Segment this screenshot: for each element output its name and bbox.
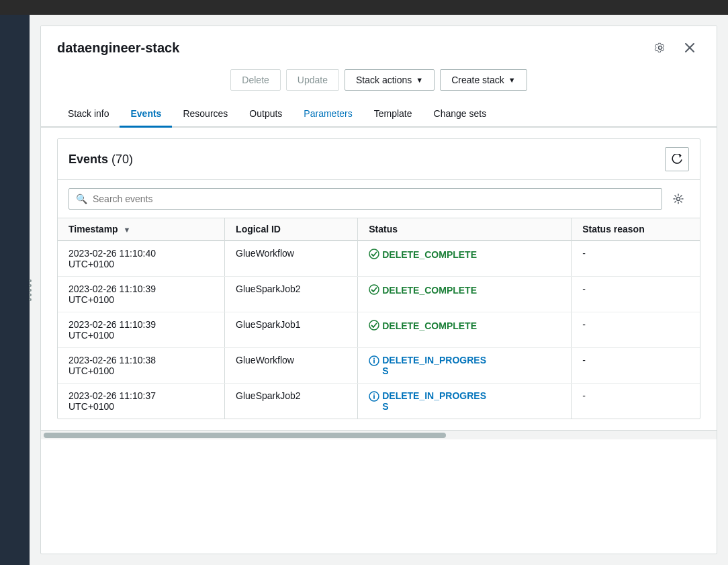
status-badge: DELETE_COMPLETE (369, 284, 560, 297)
events-card: Events (70) 🔍 (57, 138, 700, 419)
cell-timestamp: 2023-02-26 11:10:39UTC+0100 (58, 312, 225, 348)
cell-status: DELETE_COMPLETE (358, 241, 572, 277)
cell-status: DELETE_IN_PROGRESS (358, 348, 572, 384)
refresh-icon (672, 154, 682, 165)
close-icon (684, 42, 696, 54)
tab-template[interactable]: Template (363, 101, 423, 128)
cell-timestamp: 2023-02-26 11:10:37UTC+0100 (58, 384, 225, 419)
horizontal-scrollbar[interactable] (41, 430, 717, 439)
cell-timestamp: 2023-02-26 11:10:40UTC+0100 (58, 241, 225, 277)
sidebar-strip (0, 15, 30, 565)
cell-status: DELETE_COMPLETE (358, 312, 572, 348)
sort-icon: ▼ (124, 226, 131, 234)
cell-timestamp: 2023-02-26 11:10:39UTC+0100 (58, 277, 225, 312)
resize-handle-dot (29, 294, 32, 296)
timestamp-line1: 2023-02-26 11:10:39 (69, 319, 156, 330)
col-header-status: Status (358, 218, 572, 241)
table-row: 2023-02-26 11:10:38UTC+0100GlueWorkflow … (58, 348, 700, 384)
svg-point-4 (369, 285, 379, 294)
col-header-timestamp[interactable]: Timestamp ▼ (58, 218, 225, 241)
scroll-thumb (44, 433, 446, 438)
cell-status: DELETE_IN_PROGRESS (358, 384, 572, 419)
timestamp-line2: UTC+0100 (69, 330, 114, 341)
col-header-logical-id: Logical ID (225, 218, 358, 241)
timestamp-line2: UTC+0100 (69, 294, 114, 305)
tab-stack-info[interactable]: Stack info (57, 101, 120, 128)
tab-outputs[interactable]: Outputs (238, 101, 293, 128)
resize-handle-dot (29, 298, 32, 301)
resize-handle-dot (29, 289, 32, 292)
delete-button[interactable]: Delete (230, 69, 280, 91)
info-circle-icon (369, 355, 379, 368)
table-row: 2023-02-26 11:10:39UTC+0100GlueSparkJob1… (58, 312, 700, 348)
events-card-header: Events (70) (58, 139, 700, 180)
timestamp-line2: UTC+0100 (69, 365, 114, 376)
search-input-wrapper: 🔍 (69, 188, 662, 210)
search-container: 🔍 (58, 180, 700, 218)
search-input[interactable] (93, 193, 655, 204)
checkmark-circle-icon (369, 320, 379, 333)
cell-timestamp: 2023-02-26 11:10:38UTC+0100 (58, 348, 225, 384)
timestamp-line1: 2023-02-26 11:10:39 (69, 284, 156, 294)
checkmark-circle-icon (369, 249, 379, 261)
stack-title: dataengineer-stack (57, 40, 179, 56)
tabs-container: Stack info Events Resources Outputs Para… (41, 101, 717, 128)
status-badge: DELETE_COMPLETE (369, 248, 560, 261)
stack-actions-button[interactable]: Stack actions ▼ (345, 69, 435, 91)
events-table-wrapper: Timestamp ▼ Logical ID Status (58, 218, 700, 419)
tab-change-sets[interactable]: Change sets (423, 101, 498, 128)
status-badge: DELETE_COMPLETE (369, 319, 560, 333)
events-title: Events (70) (69, 153, 133, 167)
timestamp-line1: 2023-02-26 11:10:40 (69, 248, 156, 259)
update-button[interactable]: Update (286, 69, 339, 91)
timestamp-line1: 2023-02-26 11:10:38 (69, 355, 156, 365)
svg-point-2 (677, 198, 680, 201)
settings-button[interactable] (649, 37, 671, 58)
cell-status-reason: - (572, 241, 700, 277)
tab-resources[interactable]: Resources (172, 101, 238, 128)
table-settings-icon[interactable] (668, 188, 689, 210)
chevron-down-icon: ▼ (416, 76, 423, 84)
table-header-row: Timestamp ▼ Logical ID Status (58, 218, 700, 241)
resize-handle[interactable] (27, 277, 34, 304)
svg-point-8 (373, 358, 375, 359)
cell-logical-id: GlueSparkJob2 (225, 277, 358, 312)
table-row: 2023-02-26 11:10:40UTC+0100GlueWorkflow … (58, 241, 700, 277)
stack-header: dataengineer-stack (41, 26, 717, 58)
stack-header-icons (649, 37, 700, 58)
refresh-button[interactable] (665, 147, 689, 171)
events-container: Events (70) 🔍 (41, 128, 717, 430)
svg-point-11 (373, 394, 375, 395)
close-button[interactable] (679, 37, 700, 58)
chevron-down-icon: ▼ (508, 76, 516, 84)
search-icon: 🔍 (76, 193, 87, 204)
status-badge: DELETE_IN_PROGRESS (369, 355, 560, 376)
timestamp-line1: 2023-02-26 11:10:37 (69, 390, 156, 401)
events-table: Timestamp ▼ Logical ID Status (58, 218, 700, 419)
create-stack-button[interactable]: Create stack ▼ (440, 69, 527, 91)
cell-status-reason: - (572, 348, 700, 384)
timestamp-line2: UTC+0100 (69, 259, 114, 269)
toolbar: Delete Update Stack actions ▼ Create sta… (41, 58, 717, 101)
table-row: 2023-02-26 11:10:37UTC+0100GlueSparkJob2… (58, 384, 700, 419)
table-row: 2023-02-26 11:10:39UTC+0100GlueSparkJob2… (58, 277, 700, 312)
col-header-status-reason: Status reason (572, 218, 700, 241)
gear-icon (673, 193, 684, 204)
status-badge: DELETE_IN_PROGRESS (369, 390, 560, 412)
resize-handle-dot (29, 284, 32, 287)
browser-bar (0, 0, 728, 15)
cell-status-reason: - (572, 312, 700, 348)
cell-status-reason: - (572, 384, 700, 419)
svg-point-5 (369, 320, 379, 330)
tab-parameters[interactable]: Parameters (293, 101, 363, 128)
main-panel: dataengineer-stack (40, 26, 717, 554)
checkmark-circle-icon (369, 284, 379, 297)
cell-logical-id: GlueSparkJob1 (225, 312, 358, 348)
info-circle-icon (369, 391, 379, 404)
resize-handle-dot (29, 279, 32, 282)
tab-events[interactable]: Events (120, 101, 172, 128)
cell-logical-id: GlueWorkflow (225, 348, 358, 384)
cell-status-reason: - (572, 277, 700, 312)
cell-logical-id: GlueWorkflow (225, 241, 358, 277)
cell-status: DELETE_COMPLETE (358, 277, 572, 312)
